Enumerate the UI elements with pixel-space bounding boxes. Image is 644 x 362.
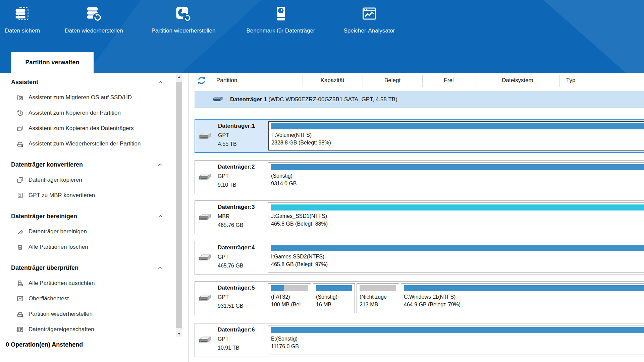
usage-bar xyxy=(271,123,644,129)
sidebar-item-assistent-zum-kopieren-der-partition[interactable]: Assistent zum Kopieren der Partition xyxy=(11,105,165,121)
disk-info: Datenträger:4GPT465.76 GB xyxy=(195,241,269,275)
scrollbar-thumb[interactable] xyxy=(176,82,182,328)
disk-row-5[interactable]: Datenträger:5GPT931.51 GB(FAT32)100 MB (… xyxy=(195,281,644,315)
disk-row-2[interactable]: Datenträger:2GPT9.10 TB(Sonstig)9314.0 G… xyxy=(195,160,644,194)
sidebar-item-label: Datenträger kopieren xyxy=(29,177,82,183)
disk-capacity: 931.51 GB xyxy=(218,303,244,309)
partition-manager-window: Daten sichern Daten wiederherstellen Par… xyxy=(0,0,644,362)
sidebar-item-label: Alle Partitionen löschen xyxy=(29,244,88,250)
sidebar-item-label: GPT zu MBR konvertieren xyxy=(29,192,95,199)
column-divider xyxy=(363,75,363,87)
column-header-kapazit-t[interactable]: Kapazität xyxy=(321,77,344,84)
sidebar-item-label: Assistent zum Wiederherstellen der Parti… xyxy=(29,140,141,147)
usage-bar-fill xyxy=(271,245,644,251)
restore-partition-icon xyxy=(16,310,24,318)
chevron-up-icon xyxy=(158,266,163,269)
disk-icon xyxy=(212,96,223,103)
column-divider xyxy=(422,75,423,87)
usage-bar-fill xyxy=(316,285,352,291)
column-header-typ[interactable]: Typ xyxy=(566,77,575,84)
disk-row-6[interactable]: Datenträger:6GPT10.91 TBE:(Sonstig)11176… xyxy=(195,323,644,357)
partition-box-fat32[interactable]: (FAT32)100 MB (Bel xyxy=(268,283,311,313)
sidebar-section-assistent[interactable]: Assistent xyxy=(11,76,165,88)
sidebar-item-alle-partitionen-ausrichten[interactable]: Alle Partitionen ausrichten xyxy=(11,276,165,291)
disk-benchmark-icon xyxy=(272,5,290,23)
table-header: PartitionKapazitätBelegtFreiDateisystemT… xyxy=(193,73,644,88)
partition-box-sonstig[interactable]: (Sonstig)9314.0 GB xyxy=(268,162,644,192)
sidebar-item-oberfl-chentest[interactable]: Oberflächentest xyxy=(11,291,165,306)
disk-capacity: 465.76 GB xyxy=(218,222,244,228)
toolbar-button-label: Daten sichern xyxy=(5,27,40,34)
column-header-belegt[interactable]: Belegt xyxy=(384,77,400,84)
tab-partition-verwalten[interactable]: Partition verwalten xyxy=(11,52,94,73)
daten-wiederherstellen-button[interactable]: Daten wiederherstellen xyxy=(65,5,123,34)
disk-capacity: 465.76 GB xyxy=(218,263,244,269)
scroll-up-icon[interactable] xyxy=(176,74,182,80)
column-header-dateisystem[interactable]: Dateisystem xyxy=(502,77,533,84)
sidebar-item-datentr-gereigenschaften[interactable]: Datenträgereigenschaften xyxy=(11,322,165,337)
sidebar-section-datentr-ger-konvertieren[interactable]: Datenträger konvertieren xyxy=(11,159,165,170)
hard-disk-icon xyxy=(198,336,212,346)
toolbar-button-label: Partition wiederherstellen xyxy=(152,27,216,34)
sidebar-item-label: Datenträgereigenschaften xyxy=(29,326,94,333)
disk-row-3[interactable]: Datenträger:3MBR465.76 GBJ:Games_SSD1(NT… xyxy=(195,200,644,234)
partition-box-j-games-ssd1-ntfs[interactable]: J:Games_SSD1(NTFS)465.8 GB (Belegt: 88%) xyxy=(268,202,644,232)
disk-partition-scheme: GPT xyxy=(218,254,229,260)
sidebar-scrollbar[interactable] xyxy=(176,74,182,337)
partition-label: E:(Sonstig) xyxy=(271,336,644,342)
sidebar-item-datentr-ger-kopieren[interactable]: Datenträger kopieren xyxy=(11,172,165,188)
sidebar-item-alle-partitionen-l-schen[interactable]: Alle Partitionen löschen xyxy=(11,239,165,255)
partition-box-c-windows-11-ntfs[interactable]: C:Windows 11(NTFS)464.9 GB (Belegt: 79%) xyxy=(401,283,644,313)
daten-sichern-button[interactable]: Daten sichern xyxy=(5,5,40,34)
disk-row-4[interactable]: Datenträger:4GPT465.76 GBI:Games SSD2(NT… xyxy=(195,241,644,275)
sidebar-item-gpt-zu-mbr-konvertieren[interactable]: 2 GPT zu MBR konvertieren xyxy=(11,188,165,203)
scroll-down-icon[interactable] xyxy=(176,331,182,337)
restore-partition-icon xyxy=(16,140,24,147)
sidebar-item-assistent-zum-wiederherstellen-der-partition[interactable]: Assistent zum Wiederherstellen der Parti… xyxy=(11,136,165,152)
disk-name: Datenträger:1 xyxy=(218,123,255,129)
copy-disk-icon xyxy=(16,125,24,132)
sidebar-section-datentr-ger-berpr-fen[interactable]: Datenträger überprüfen xyxy=(11,262,165,274)
disk-info: Datenträger:2GPT9.10 TB xyxy=(195,161,269,194)
partition-box-f-volume-ntfs[interactable]: F:Volume(NTFS)2328.8 GB (Belegt: 98%) xyxy=(268,121,644,150)
partition-size: 100 MB (Bel xyxy=(271,302,308,308)
partition-strip: J:Games_SSD1(NTFS)465.8 GB (Belegt: 88%) xyxy=(268,201,644,234)
disk-info: Datenträger:5GPT931.51 GB xyxy=(195,282,269,315)
partition-box-i-games-ssd2-ntfs[interactable]: I:Games SSD2(NTFS)465.8 GB (Belegt: 97%) xyxy=(268,243,644,273)
sidebar-item-assistent-zum-migrieren-os-auf-ssd-hd[interactable]: Assistent zum Migrieren OS auf SSD/HD xyxy=(11,90,165,105)
sidebar-item-assistent-zum-kopieren-des-datentr-gers[interactable]: Assistent zum Kopieren des Datenträgers xyxy=(11,121,165,136)
refresh-icon[interactable] xyxy=(197,75,207,86)
usage-bar-fill xyxy=(271,123,644,129)
column-header-frei[interactable]: Frei xyxy=(444,77,453,84)
sidebar-section-datentr-ger-bereinigen[interactable]: Datenträger bereinigen xyxy=(11,210,165,222)
benchmark-f-r-datentr-ger-button[interactable]: Benchmark für Datenträger xyxy=(246,5,315,34)
partition-label: (Sonstig) xyxy=(316,294,352,300)
partition-box-sonstig[interactable]: (Sonstig)16 MB xyxy=(313,283,355,313)
speicher-analysator-button[interactable]: Speicher-Analysator xyxy=(343,5,395,34)
column-header-partition[interactable]: Partition xyxy=(216,77,237,84)
sidebar-item-label: Assistent zum Kopieren der Partition xyxy=(29,110,121,116)
partition-label: (Nicht zuge xyxy=(360,294,396,300)
disk-row-1[interactable]: Datenträger:1GPT4.55 TBF:Volume(NTFS)232… xyxy=(195,119,644,153)
disk-properties-icon xyxy=(16,326,24,333)
partition-box-e-sonstig[interactable]: E:(Sonstig)11176.0 GB xyxy=(268,325,644,355)
partition-wiederherstellen-button[interactable]: Partition wiederherstellen xyxy=(152,5,216,34)
copy-disk-icon xyxy=(16,176,24,184)
usage-bar xyxy=(360,285,396,291)
sidebar-item-partition-wiederherstellen[interactable]: Partition wiederherstellen xyxy=(11,306,165,322)
partition-size: 465.8 GB (Belegt: 88%) xyxy=(271,221,644,227)
disk-partition-scheme: GPT xyxy=(218,336,229,342)
usage-bar xyxy=(271,164,644,170)
chevron-up-icon xyxy=(158,163,163,166)
partition-size: 16 MB xyxy=(316,302,352,308)
disk-partition-scheme: GPT xyxy=(218,294,229,300)
disk-group-header[interactable]: Datenträger 1 (WDC WD50EZRZ-00GZ5B1 SATA… xyxy=(195,91,644,108)
sidebar-item-label: Assistent zum Migrieren OS auf SSD/HD xyxy=(29,94,132,101)
partition-box-nicht-zuge[interactable]: (Nicht zuge213 MB xyxy=(357,283,399,313)
hard-disk-icon xyxy=(198,213,212,224)
partition-size: 11176.0 GB xyxy=(271,344,644,350)
disk-name: Datenträger:4 xyxy=(218,244,255,251)
hard-disk-icon xyxy=(198,294,212,304)
usage-bar xyxy=(271,245,644,251)
sidebar-item-datentr-ger-bereinigen[interactable]: Datenträger bereinigen xyxy=(11,224,165,239)
